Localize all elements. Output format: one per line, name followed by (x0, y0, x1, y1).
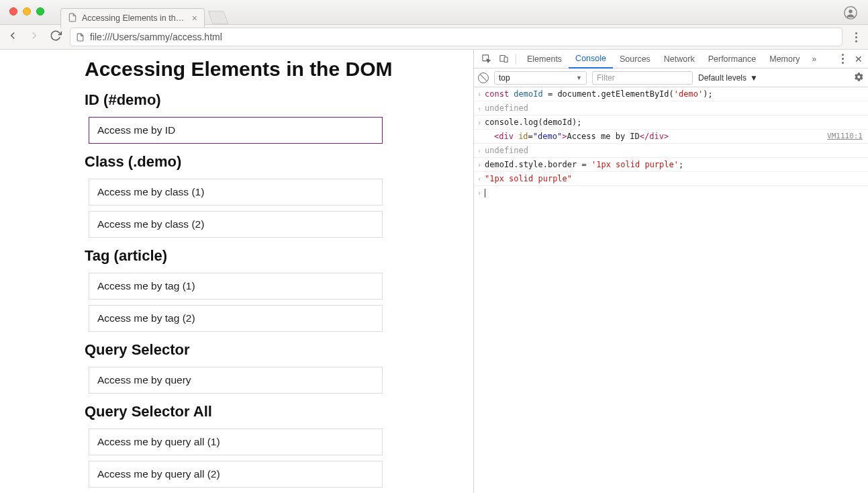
demo-element: Access me by query all (2) (89, 461, 383, 488)
more-tabs-icon[interactable]: » (808, 54, 820, 64)
svg-point-1 (849, 9, 852, 13)
minimize-window-button[interactable] (23, 7, 31, 15)
browser-toolbar: file:///Users/sammy/access.html (0, 25, 868, 50)
file-icon (76, 32, 85, 42)
console-toolbar: top ▼ Filter Default levels ▼ (474, 69, 868, 87)
new-tab-button[interactable] (207, 11, 228, 24)
console-settings-icon[interactable] (854, 72, 864, 84)
log-levels-selector[interactable]: Default levels ▼ (698, 73, 758, 83)
devtools-tab-elements[interactable]: Elements (520, 50, 569, 69)
file-icon (68, 13, 77, 24)
devtools-tab-performance[interactable]: Performance (702, 50, 763, 69)
source-link[interactable]: VM1110:1 (827, 132, 868, 140)
context-selector[interactable]: top ▼ (494, 71, 587, 85)
chevron-down-icon: ▼ (576, 75, 582, 81)
browser-tab[interactable]: Accessing Elements in the DOM × (60, 8, 205, 28)
console-row: › (474, 186, 868, 199)
devtools-close-icon[interactable]: ✕ (853, 54, 864, 64)
tab-close-icon[interactable]: × (192, 13, 197, 24)
devtools-tab-network[interactable]: Network (657, 50, 702, 69)
console-filter-input[interactable]: Filter (592, 71, 693, 85)
devtools-tab-memory[interactable]: Memory (763, 50, 806, 69)
zoom-window-button[interactable] (36, 7, 44, 15)
devtools-tab-console[interactable]: Console (569, 50, 613, 69)
reload-button[interactable] (50, 30, 62, 44)
section-heading: Class (.demo) (85, 153, 473, 171)
demo-element: Access me by class (2) (89, 211, 383, 238)
window-titlebar: Accessing Elements in the DOM × (0, 0, 868, 25)
section-heading: Query Selector (85, 341, 473, 359)
console-row: ‹undefined (474, 101, 868, 116)
demo-element: Access me by tag (2) (89, 305, 383, 332)
forward-button (28, 30, 40, 44)
tab-title: Accessing Elements in the DOM (82, 13, 187, 23)
devtools-tabbar: ElementsConsoleSourcesNetworkPerformance… (474, 50, 868, 69)
devtools-tab-sources[interactable]: Sources (613, 50, 657, 69)
clear-console-icon[interactable] (478, 73, 489, 83)
device-toolbar-icon[interactable] (495, 54, 512, 64)
close-window-button[interactable] (9, 7, 17, 15)
console-row: ‹"1px solid purple" (474, 172, 868, 186)
page-title: Accessing Elements in the DOM (85, 58, 473, 81)
console-row: ‹undefined (474, 144, 868, 158)
section-heading: Query Selector All (85, 403, 473, 420)
console-row: ›console.log(demoId); (474, 116, 868, 130)
svg-rect-4 (504, 57, 508, 62)
filter-placeholder: Filter (597, 73, 615, 83)
console-output[interactable]: ›const demoId = document.getElementById(… (474, 87, 868, 493)
section-heading: Tag (article) (85, 247, 473, 265)
profile-icon[interactable] (844, 6, 857, 19)
traffic-lights (5, 3, 48, 20)
page-content: Accessing Elements in the DOM ID (#demo)… (0, 50, 474, 493)
url-text: file:///Users/sammy/access.html (90, 32, 222, 42)
inspect-element-icon[interactable] (478, 54, 494, 64)
devtools-menu-button[interactable] (837, 54, 848, 64)
chevron-down-icon: ▼ (750, 73, 758, 83)
demo-element: Access me by query all (1) (89, 429, 383, 455)
demo-element: Access me by class (1) (89, 179, 383, 206)
browser-menu-button[interactable] (851, 32, 861, 42)
console-row: <div id="demo">Access me by ID</div>VM11… (474, 130, 868, 144)
log-levels-label: Default levels (698, 73, 746, 83)
context-value: top (499, 73, 510, 83)
console-row: ›demoId.style.border = '1px solid purple… (474, 158, 868, 172)
demo-element: Access me by query (89, 367, 383, 394)
demo-element: Access me by tag (1) (89, 273, 383, 300)
address-bar[interactable]: file:///Users/sammy/access.html (70, 28, 842, 46)
section-heading: ID (#demo) (85, 91, 473, 109)
demo-element: Access me by ID (89, 117, 383, 144)
devtools-panel: ElementsConsoleSourcesNetworkPerformance… (474, 50, 868, 493)
back-button[interactable] (7, 30, 19, 44)
console-row: ›const demoId = document.getElementById(… (474, 87, 868, 101)
